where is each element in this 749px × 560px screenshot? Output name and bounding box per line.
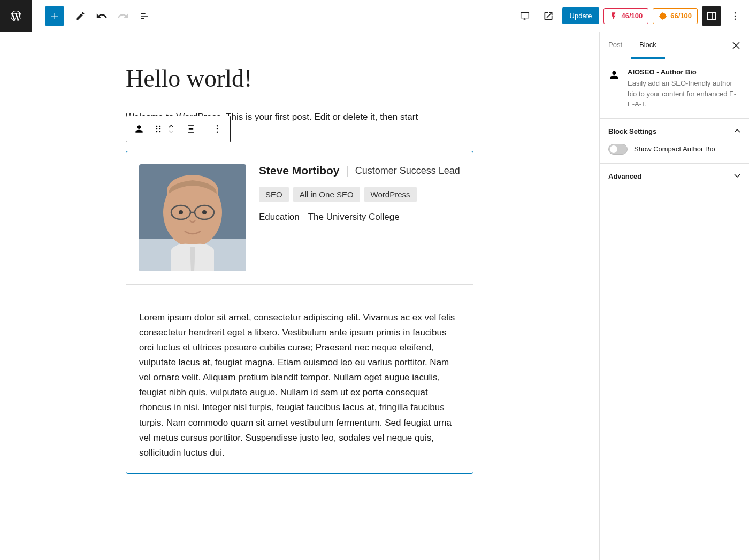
author-bio-text: Lorem ipsum dolor sit amet, consectetur … — [139, 310, 460, 460]
add-block-button[interactable] — [45, 6, 64, 26]
more-vertical-icon — [212, 124, 223, 134]
author-divider: | — [346, 165, 349, 177]
svg-point-15 — [167, 175, 218, 207]
block-info-icon — [608, 69, 621, 110]
toggle-compact-bio[interactable] — [608, 144, 628, 155]
tab-block[interactable]: Block — [631, 32, 665, 59]
close-sidebar-button[interactable] — [728, 37, 745, 54]
undo-icon — [96, 10, 108, 22]
chevron-up-icon — [169, 125, 174, 128]
options-button[interactable] — [725, 6, 745, 26]
top-toolbar: Update 46/100 66/100 — [0, 0, 749, 32]
preview-button[interactable] — [539, 6, 558, 26]
drag-icon — [155, 125, 162, 133]
chevron-down-icon — [169, 130, 174, 133]
plus-icon — [48, 10, 61, 22]
education-value: The University College — [308, 212, 400, 223]
wordpress-icon — [10, 10, 22, 22]
svg-point-6 — [159, 128, 161, 130]
svg-point-20 — [202, 210, 207, 214]
svg-point-2 — [735, 18, 736, 20]
chevron-down-icon — [734, 174, 740, 178]
block-info-title: AIOSEO - Author Bio — [628, 68, 740, 76]
toggle-compact-label: Show Compact Author Bio — [634, 145, 715, 153]
svg-point-4 — [159, 126, 161, 127]
settings-sidebar: Post Block AIOSEO - Author Bio Easily ad… — [599, 32, 749, 560]
external-link-icon — [543, 11, 554, 21]
author-tag: SEO — [259, 187, 289, 202]
author-name: Steve Mortiboy — [259, 164, 340, 177]
more-vertical-icon — [730, 11, 740, 21]
seo-score-red-value: 46/100 — [621, 12, 643, 20]
section-advanced[interactable]: Advanced — [600, 164, 749, 189]
settings-sidebar-toggle[interactable] — [702, 6, 721, 26]
svg-point-0 — [735, 12, 736, 13]
svg-point-8 — [159, 131, 161, 133]
align-button[interactable] — [178, 116, 204, 142]
author-bio-block[interactable]: Steve Mortiboy | Customer Success Lead S… — [126, 151, 473, 473]
chevron-up-icon — [734, 129, 740, 133]
svg-point-1 — [735, 15, 736, 17]
block-options-button[interactable] — [204, 116, 230, 142]
redo-button[interactable] — [113, 6, 133, 26]
update-button[interactable]: Update — [562, 7, 600, 24]
seo-score-red[interactable]: 46/100 — [603, 8, 648, 24]
avatar-image — [139, 164, 246, 271]
block-type-button[interactable] — [126, 116, 152, 142]
author-tag: All in One SEO — [293, 187, 360, 202]
seo-score-orange[interactable]: 66/100 — [653, 8, 698, 24]
align-icon — [186, 124, 196, 134]
desktop-icon — [519, 10, 531, 22]
svg-point-5 — [156, 128, 158, 130]
education-label: Education — [259, 212, 300, 223]
author-role: Customer Success Lead — [355, 165, 460, 177]
close-icon — [732, 42, 740, 49]
pencil-icon — [75, 11, 86, 21]
editor-canvas[interactable]: Hello world! Welcome to WordPress. This … — [0, 32, 599, 560]
tools-button[interactable] — [71, 6, 90, 26]
person-icon — [608, 69, 620, 81]
author-avatar — [139, 164, 246, 271]
section-block-settings[interactable]: Block Settings — [600, 119, 749, 144]
svg-point-19 — [179, 210, 183, 214]
document-outline-button[interactable] — [135, 6, 154, 26]
bolt-icon — [609, 12, 618, 20]
move-up-down[interactable] — [165, 116, 178, 142]
gear-icon — [659, 12, 667, 20]
section-block-settings-label: Block Settings — [608, 127, 656, 135]
block-toolbar — [126, 116, 231, 142]
undo-button[interactable] — [92, 6, 111, 26]
block-info-desc: Easily add an SEO-friendly author bio to… — [628, 78, 740, 110]
drag-handle[interactable] — [152, 116, 165, 142]
svg-point-7 — [156, 131, 158, 133]
person-icon — [134, 124, 144, 134]
svg-point-11 — [217, 132, 218, 133]
view-button[interactable] — [515, 6, 534, 26]
wordpress-logo[interactable] — [0, 0, 32, 32]
post-title[interactable]: Hello world! — [126, 64, 473, 93]
svg-point-9 — [217, 125, 218, 127]
tab-post[interactable]: Post — [600, 32, 631, 59]
svg-point-3 — [156, 126, 158, 127]
section-advanced-label: Advanced — [608, 172, 641, 180]
seo-score-orange-value: 66/100 — [670, 12, 692, 20]
sidebar-icon — [706, 10, 717, 22]
outline-icon — [139, 11, 150, 21]
author-tags: SEO All in One SEO WordPress — [259, 187, 460, 202]
redo-icon — [117, 10, 129, 22]
author-tag: WordPress — [364, 187, 417, 202]
svg-point-10 — [217, 128, 218, 130]
